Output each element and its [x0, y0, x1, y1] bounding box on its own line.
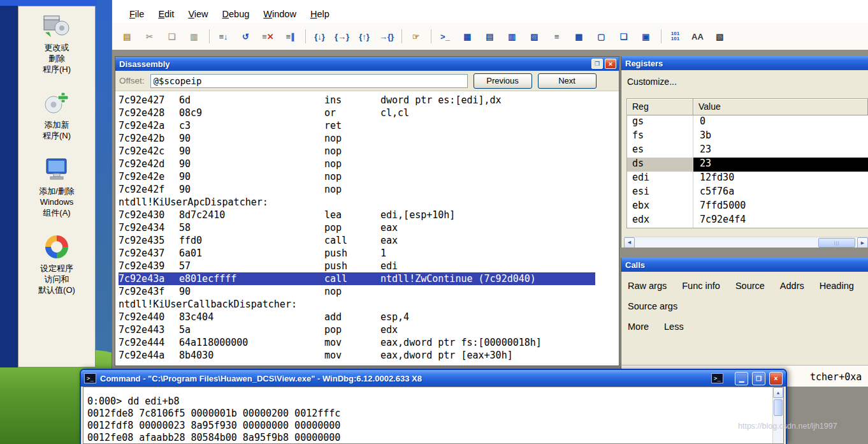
disassembly-titlebar[interactable]: Disassembly ❐ × — [115, 57, 619, 71]
disassembly-line[interactable]: 7c92e42ac3ret — [119, 119, 595, 132]
sidebar-item-change-remove-programs[interactable]: 更改或 删除 程序(H) — [22, 13, 92, 75]
disassembly-line[interactable]: 7c92e44083c404addesp,4 — [119, 311, 595, 323]
disassembly-line[interactable]: 7c92e42e90nop — [119, 170, 595, 183]
column-header-reg[interactable]: Reg — [627, 99, 693, 115]
next-button[interactable]: Next — [538, 73, 597, 89]
command-vertical-scrollbar[interactable]: ▲ — [772, 387, 783, 443]
scrollbar-thumb[interactable] — [774, 399, 783, 416]
register-row[interactable]: edx7c92e4f4 — [627, 214, 868, 228]
command-output[interactable]: 0:000> dd edi+b80012fde8 7c8106f5 000000… — [83, 387, 772, 443]
asm-mnemonic: call — [324, 234, 380, 247]
registers-horizontal-scrollbar[interactable]: ◀ ||| ▶ — [624, 237, 868, 248]
sidebar-item-add-new-programs[interactable]: 添加新 程序(N) — [22, 90, 92, 141]
menu-file[interactable]: File — [122, 8, 151, 20]
disassembly-line[interactable]: 7c92e42d90nop — [119, 158, 595, 170]
heading-button[interactable]: Heading — [820, 281, 854, 291]
menu-view[interactable]: View — [181, 8, 215, 20]
register-row[interactable]: ds23 — [627, 158, 868, 172]
scrollbar-thumb[interactable]: ||| — [818, 238, 855, 248]
source-args-button[interactable]: Source args — [628, 301, 677, 311]
breakpoint-hand-icon[interactable]: ☞ — [407, 29, 424, 45]
menu-edit[interactable]: Edit — [151, 8, 181, 20]
disassembly-line[interactable]: 7c92e4435apopedx — [119, 323, 595, 336]
terminal-icon[interactable]: >_ — [711, 373, 723, 383]
float-window-icon[interactable]: ❐ — [591, 59, 603, 69]
register-row[interactable]: edi12fd30 — [627, 172, 868, 186]
memory-101-icon[interactable]: 101 101 — [667, 29, 684, 45]
disassembly-line[interactable]: 7c92e435ffd0calleax — [119, 234, 595, 247]
watch-window-icon[interactable]: ▦ — [459, 29, 476, 45]
disassembly-line[interactable]: 7c92e43f90nop — [119, 285, 595, 298]
source-button[interactable]: Source — [735, 281, 765, 291]
options-icon[interactable]: ▧ — [711, 29, 728, 45]
close-icon[interactable]: × — [769, 372, 783, 385]
disassembly-content[interactable]: 7c92e4276dinsdword ptr es:[edi],dx7c92e4… — [115, 91, 619, 366]
offset-input[interactable] — [150, 74, 468, 88]
break-icon[interactable]: ≡∥ — [282, 29, 299, 45]
close-icon[interactable]: × — [605, 59, 616, 69]
column-header-value[interactable]: Value — [693, 99, 868, 115]
addrs-button[interactable]: Addrs — [780, 281, 804, 291]
command-titlebar[interactable]: >_ Command - "C:\Program Files\Huawen_DC… — [81, 370, 786, 387]
more-button[interactable]: More — [628, 322, 649, 332]
font-icon[interactable]: AA — [689, 29, 706, 45]
cut-icon[interactable]: ✂ — [141, 29, 158, 45]
register-row[interactable]: ebx7ffd5000 — [627, 200, 868, 214]
scratch-pad-window-icon[interactable]: ▢ — [593, 29, 610, 45]
disassembly-line[interactable]: 7c92e42808c9orcl,cl — [119, 107, 595, 119]
disassembly-line[interactable]: 7c92e4308d7c2410leaedi,[esp+10h] — [119, 209, 595, 221]
sidebar-item-windows-components[interactable]: 添加/删除 Windows 组件(A) — [22, 156, 92, 218]
customize-button[interactable]: Customize... — [621, 70, 868, 87]
disassembly-line[interactable]: 7c92e43ae801ecffffcallntdll!ZwContinue (… — [119, 272, 595, 285]
less-button[interactable]: Less — [664, 322, 684, 332]
restore-icon[interactable]: ❐ — [752, 372, 765, 385]
scroll-right-icon[interactable]: ▶ — [857, 237, 868, 248]
disassembly-line[interactable]: 7c92e42f90nop — [119, 183, 595, 196]
step-out-icon[interactable]: {↑} — [356, 29, 373, 45]
asm-mnemonic: lea — [324, 209, 380, 221]
menu-help[interactable]: Help — [303, 8, 336, 20]
call-stack-window-icon[interactable]: ≡ — [548, 29, 565, 45]
disassembly-line[interactable]: 7c92e43957pushedi — [119, 260, 595, 272]
scroll-left-icon[interactable]: ◀ — [624, 237, 635, 248]
menu-debug[interactable]: Debug — [215, 8, 257, 20]
paste-icon[interactable]: ▥ — [185, 29, 203, 45]
calls-title: Calls — [625, 260, 865, 270]
calls-body: Raw args Func info Source Addrs Heading … — [621, 272, 868, 365]
step-into-icon[interactable]: {↓} — [311, 29, 328, 45]
func-info-button[interactable]: Func info — [682, 281, 720, 291]
sidebar-item-program-access-defaults[interactable]: 设定程序 访问和 默认值(O) — [22, 233, 92, 295]
locals-window-icon[interactable]: ▤ — [481, 29, 498, 45]
step-over-icon[interactable]: {→} — [333, 29, 351, 45]
raw-args-button[interactable]: Raw args — [628, 281, 667, 291]
registers-window-icon[interactable]: ▥ — [503, 29, 521, 45]
processes-window-icon[interactable]: ❏ — [615, 29, 632, 45]
register-row[interactable]: es23 — [627, 144, 868, 158]
open-source-file-icon[interactable]: ▤ — [119, 29, 136, 45]
memory-window-icon[interactable]: ▨ — [526, 29, 543, 45]
scroll-up-icon[interactable]: ▲ — [773, 387, 783, 398]
copy-icon[interactable]: ❏ — [163, 29, 180, 45]
command-window-icon[interactable]: >_ — [437, 29, 454, 45]
restart-icon[interactable]: ↺ — [237, 29, 254, 45]
register-row[interactable]: esic5f76a — [627, 186, 868, 200]
disassembly-line[interactable]: 7c92e44464a118000000moveax,dword ptr fs:… — [119, 336, 595, 349]
register-row[interactable]: gs0 — [627, 115, 868, 130]
modules-window-icon[interactable]: ▣ — [637, 29, 655, 45]
register-row[interactable]: fs3b — [627, 130, 868, 144]
menu-window[interactable]: Window — [256, 8, 303, 20]
disassembly-line[interactable]: 7c92e4276dinsdword ptr es:[edi],dx — [119, 94, 595, 107]
stop-debugging-icon[interactable]: ≡✕ — [259, 29, 277, 45]
previous-button[interactable]: Previous — [474, 73, 532, 89]
calls-titlebar[interactable]: Calls — [621, 258, 868, 272]
disassembly-window-icon[interactable]: ▩ — [570, 29, 588, 45]
disassembly-line[interactable]: 7c92e44a8b4030moveax,dword ptr [eax+30h] — [119, 349, 595, 362]
go-icon[interactable]: ≡↓ — [215, 29, 232, 45]
disassembly-line[interactable]: 7c92e43458popeax — [119, 221, 595, 234]
minimize-icon[interactable]: ▁ — [735, 372, 748, 385]
disassembly-line[interactable]: 7c92e4376a01push1 — [119, 247, 595, 260]
disassembly-line[interactable]: 7c92e42b90nop — [119, 132, 595, 145]
disassembly-line[interactable]: 7c92e42c90nop — [119, 145, 595, 158]
registers-titlebar[interactable]: Registers — [621, 56, 868, 70]
run-to-cursor-icon[interactable]: →{} — [378, 29, 395, 45]
